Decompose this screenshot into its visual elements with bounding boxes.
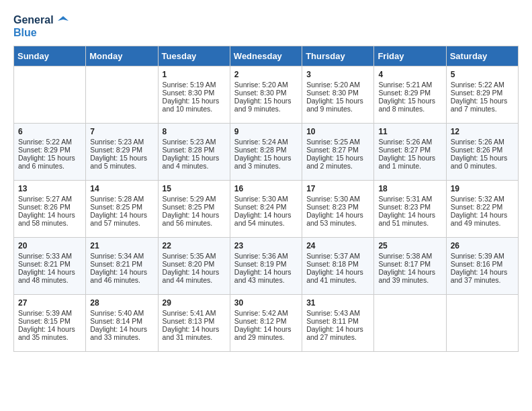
day-info: Sunset: 8:28 PM: [234, 146, 298, 154]
day-number: 17: [306, 184, 369, 193]
day-info: Sunrise: 5:38 AM: [378, 252, 441, 260]
calendar-cell: 10Sunrise: 5:25 AMSunset: 8:27 PMDayligh…: [302, 124, 374, 181]
day-number: 31: [306, 298, 369, 308]
day-info: Sunset: 8:22 PM: [451, 203, 514, 211]
day-number: 25: [378, 241, 441, 250]
calendar-header-row: SundayMondayTuesdayWednesdayThursdayFrid…: [14, 46, 519, 66]
calendar-cell: 21Sunrise: 5:34 AMSunset: 8:21 PMDayligh…: [86, 238, 158, 295]
day-info: Daylight: 14 hours and 49 minutes.: [451, 211, 514, 227]
day-info: Sunset: 8:30 PM: [234, 89, 298, 97]
day-info: Sunset: 8:21 PM: [90, 260, 153, 268]
day-info: Daylight: 15 hours and 7 minutes.: [451, 97, 514, 113]
day-number: 29: [163, 298, 226, 308]
day-info: Sunrise: 5:33 AM: [18, 252, 81, 260]
logo: General Blue: [13, 13, 69, 39]
day-info: Daylight: 14 hours and 29 minutes.: [234, 325, 298, 341]
day-info: Sunset: 8:21 PM: [18, 260, 81, 268]
calendar-cell: 9Sunrise: 5:24 AMSunset: 8:28 PMDaylight…: [230, 124, 302, 181]
day-info: Daylight: 14 hours and 43 minutes.: [234, 268, 298, 284]
calendar-cell: 26Sunrise: 5:39 AMSunset: 8:16 PMDayligh…: [446, 238, 518, 295]
calendar-cell: 23Sunrise: 5:36 AMSunset: 8:19 PMDayligh…: [230, 238, 302, 295]
calendar-cell: 1Sunrise: 5:19 AMSunset: 8:30 PMDaylight…: [158, 66, 230, 124]
day-info: Daylight: 14 hours and 54 minutes.: [234, 211, 298, 227]
calendar-cell: 11Sunrise: 5:26 AMSunset: 8:27 PMDayligh…: [374, 124, 446, 181]
calendar-cell: 17Sunrise: 5:30 AMSunset: 8:23 PMDayligh…: [302, 181, 374, 238]
day-info: Daylight: 15 hours and 1 minute.: [378, 154, 441, 170]
day-info: Sunrise: 5:37 AM: [306, 252, 369, 260]
day-info: Sunrise: 5:39 AM: [18, 309, 81, 317]
calendar-cell: 22Sunrise: 5:35 AMSunset: 8:20 PMDayligh…: [158, 238, 230, 295]
calendar-cell: 24Sunrise: 5:37 AMSunset: 8:18 PMDayligh…: [302, 238, 374, 295]
calendar-body: 1Sunrise: 5:19 AMSunset: 8:30 PMDaylight…: [14, 66, 519, 352]
calendar-cell: 30Sunrise: 5:42 AMSunset: 8:12 PMDayligh…: [230, 295, 302, 352]
calendar-cell: 16Sunrise: 5:30 AMSunset: 8:24 PMDayligh…: [230, 181, 302, 238]
day-header-thursday: Thursday: [302, 46, 374, 66]
calendar-week-3: 13Sunrise: 5:27 AMSunset: 8:26 PMDayligh…: [14, 181, 519, 238]
day-info: Sunset: 8:30 PM: [163, 89, 226, 97]
day-info: Sunrise: 5:28 AM: [90, 195, 153, 203]
svg-marker-0: [58, 16, 69, 21]
day-number: 8: [163, 127, 226, 136]
calendar-cell: 18Sunrise: 5:31 AMSunset: 8:23 PMDayligh…: [374, 181, 446, 238]
day-number: 15: [163, 184, 226, 193]
day-number: 18: [378, 184, 441, 193]
calendar-cell: 19Sunrise: 5:32 AMSunset: 8:22 PMDayligh…: [446, 181, 518, 238]
calendar-cell: 2Sunrise: 5:20 AMSunset: 8:30 PMDaylight…: [230, 66, 302, 124]
day-info: Daylight: 15 hours and 3 minutes.: [234, 154, 298, 170]
day-info: Daylight: 15 hours and 9 minutes.: [306, 97, 369, 113]
calendar-cell: 15Sunrise: 5:29 AMSunset: 8:25 PMDayligh…: [158, 181, 230, 238]
day-number: 24: [306, 241, 369, 250]
day-number: 2: [234, 70, 298, 79]
day-info: Sunrise: 5:21 AM: [378, 81, 441, 89]
day-number: 10: [306, 127, 369, 136]
day-info: Daylight: 14 hours and 53 minutes.: [306, 211, 369, 227]
day-info: Sunset: 8:12 PM: [234, 317, 298, 325]
day-header-monday: Monday: [86, 46, 158, 66]
calendar-cell: 4Sunrise: 5:21 AMSunset: 8:29 PMDaylight…: [374, 66, 446, 124]
day-info: Daylight: 14 hours and 44 minutes.: [163, 268, 226, 284]
calendar-cell: 6Sunrise: 5:22 AMSunset: 8:29 PMDaylight…: [14, 124, 86, 181]
day-info: Sunset: 8:24 PM: [234, 203, 298, 211]
day-info: Sunrise: 5:25 AM: [306, 138, 369, 146]
calendar-week-4: 20Sunrise: 5:33 AMSunset: 8:21 PMDayligh…: [14, 238, 519, 295]
day-info: Sunrise: 5:23 AM: [163, 138, 226, 146]
day-number: 4: [378, 70, 441, 79]
day-info: Sunset: 8:17 PM: [378, 260, 441, 268]
day-info: Sunset: 8:18 PM: [306, 260, 369, 268]
day-number: 28: [90, 298, 153, 308]
day-info: Sunrise: 5:24 AM: [234, 138, 298, 146]
day-info: Sunrise: 5:40 AM: [90, 309, 153, 317]
day-info: Daylight: 14 hours and 37 minutes.: [451, 268, 514, 284]
day-info: Daylight: 15 hours and 0 minutes.: [451, 154, 514, 170]
day-number: 5: [451, 70, 514, 79]
day-info: Daylight: 14 hours and 56 minutes.: [163, 211, 226, 227]
day-info: Sunrise: 5:30 AM: [234, 195, 298, 203]
day-info: Sunset: 8:29 PM: [378, 89, 441, 97]
day-info: Daylight: 14 hours and 46 minutes.: [90, 268, 153, 284]
day-info: Sunset: 8:29 PM: [18, 146, 81, 154]
day-number: 7: [90, 127, 153, 136]
calendar-cell: 8Sunrise: 5:23 AMSunset: 8:28 PMDaylight…: [158, 124, 230, 181]
day-info: Sunset: 8:11 PM: [306, 317, 369, 325]
day-info: Sunset: 8:26 PM: [18, 203, 81, 211]
day-number: 6: [18, 127, 81, 136]
day-info: Sunset: 8:25 PM: [163, 203, 226, 211]
day-info: Sunrise: 5:29 AM: [163, 195, 226, 203]
day-info: Sunrise: 5:30 AM: [306, 195, 369, 203]
day-info: Sunrise: 5:42 AM: [234, 309, 298, 317]
day-number: 21: [90, 241, 153, 250]
calendar-cell: [14, 66, 86, 124]
day-info: Sunrise: 5:19 AM: [163, 81, 226, 89]
calendar-cell: 20Sunrise: 5:33 AMSunset: 8:21 PMDayligh…: [14, 238, 86, 295]
calendar-cell: 29Sunrise: 5:41 AMSunset: 8:13 PMDayligh…: [158, 295, 230, 352]
day-number: 9: [234, 127, 298, 136]
calendar-table: SundayMondayTuesdayWednesdayThursdayFrid…: [13, 46, 519, 352]
day-info: Sunrise: 5:41 AM: [163, 309, 226, 317]
day-info: Sunset: 8:19 PM: [234, 260, 298, 268]
day-info: Sunset: 8:23 PM: [306, 203, 369, 211]
day-info: Sunrise: 5:22 AM: [18, 138, 81, 146]
day-number: 23: [234, 241, 298, 250]
calendar-week-5: 27Sunrise: 5:39 AMSunset: 8:15 PMDayligh…: [14, 295, 519, 352]
calendar-cell: 3Sunrise: 5:20 AMSunset: 8:30 PMDaylight…: [302, 66, 374, 124]
calendar-cell: 28Sunrise: 5:40 AMSunset: 8:14 PMDayligh…: [86, 295, 158, 352]
